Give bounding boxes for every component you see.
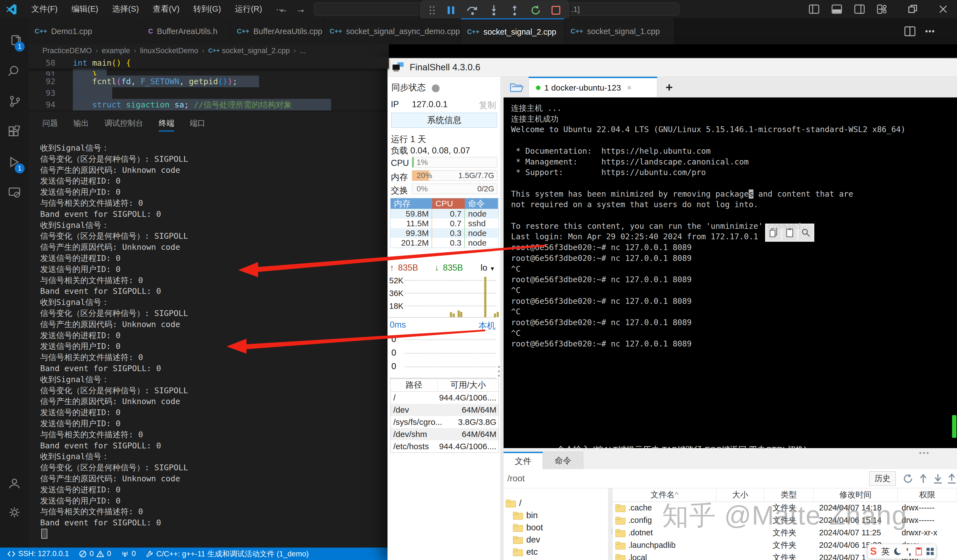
menu-item[interactable]: 文件(F) (26, 3, 63, 16)
ime-clipboard-icon[interactable] (916, 547, 922, 555)
new-tab-icon[interactable]: + (666, 80, 673, 95)
editor-tab[interactable]: C++socket_signal_1.cpp (564, 18, 674, 44)
copy-button[interactable]: 复制 (479, 99, 496, 111)
process-row[interactable]: 201.2M0.3node (390, 238, 499, 248)
up-level-icon[interactable] (918, 473, 929, 484)
disk-row[interactable]: /944.4G/1006.... (390, 391, 499, 404)
panel-tab-item[interactable]: 端口 (190, 115, 205, 132)
history-button[interactable]: 历史 (869, 472, 896, 486)
tab-commands[interactable]: 命令 (543, 452, 583, 469)
more-actions-icon[interactable] (925, 30, 935, 33)
integrated-terminal[interactable]: 收到Signal信号：信号变化（区分是何种信号）: SIGPOLL信号产生的原因… (40, 142, 384, 538)
sogou-logo[interactable]: S (870, 546, 876, 557)
menu-item[interactable]: 选择(S) (107, 3, 144, 16)
step-over-icon[interactable] (466, 5, 478, 16)
process-row[interactable]: 99.3M0.3node (390, 228, 499, 238)
panel-tab-item[interactable]: 输出 (73, 115, 89, 132)
menu-item[interactable]: 转到(G) (188, 3, 226, 16)
process-col-header[interactable]: 内存 (390, 198, 432, 209)
ime-grid-icon[interactable] (927, 548, 934, 555)
panel-tab-item[interactable]: 调试控制台 (104, 115, 143, 132)
restart-icon[interactable] (530, 5, 541, 16)
tab-files[interactable]: 文件 (504, 452, 543, 469)
open-folder-icon[interactable] (510, 82, 524, 93)
file-row-name[interactable]: .local (616, 551, 715, 560)
extensions-icon[interactable] (0, 118, 28, 146)
close-button[interactable] (929, 0, 957, 18)
breadcrumb-item[interactable]: socket_signal_2.cpp (222, 47, 290, 55)
disk-row[interactable]: /dev/shm64M/64M (390, 428, 499, 440)
toggle-panel-icon[interactable] (832, 5, 842, 14)
explorer-icon[interactable]: 1 (0, 27, 28, 54)
tree-scrollbar[interactable]: ⋮ (608, 488, 613, 560)
file-row-name[interactable]: .launchpadlib (616, 539, 715, 551)
breadcrumb-item[interactable]: ... (300, 47, 306, 55)
interface-select[interactable]: lo ▼ (480, 263, 495, 273)
terminal-scrollbar[interactable] (952, 415, 957, 438)
editor-tab[interactable]: C++socket_signal_async_demo.cpp (324, 18, 461, 44)
upload-icon[interactable] (946, 473, 957, 484)
ping-host[interactable]: 本机 (478, 320, 496, 331)
nav-back-icon[interactable]: ← (278, 0, 288, 18)
breadcrumb-item[interactable]: linuxSocketDemo (140, 47, 198, 55)
remote-explorer-icon[interactable] (0, 179, 28, 207)
panel-tab-active[interactable]: 终端 (159, 115, 174, 132)
ssh-terminal[interactable]: 命令输入 (按ALT键提示历史,TAB键路径,ESC键返回,双击CTRL切换) … (504, 98, 957, 448)
split-editor-icon[interactable] (904, 26, 916, 36)
minimize-button[interactable] (869, 0, 896, 18)
editor-tab[interactable]: C++socket_signal_2.cpp (461, 18, 564, 44)
disk-row[interactable]: /dev64M/64M (390, 404, 499, 416)
run-debug-icon[interactable]: 1 (0, 148, 28, 176)
accounts-icon[interactable] (0, 470, 28, 497)
step-out-icon[interactable] (509, 5, 520, 16)
task-indicator[interactable]: C/C++: g++-11 生成和调试活动文件 (1_demo) (141, 547, 314, 560)
system-info-button[interactable]: 系统信息 (392, 113, 497, 128)
remote-indicator[interactable]: SSH: 127.0.0.1 (0, 547, 74, 560)
tree-item[interactable]: etc (513, 547, 538, 557)
disk-row[interactable]: /sys/fs/cgro...3.8G/3.8G (390, 416, 499, 428)
restore-button[interactable] (899, 0, 927, 18)
problems-indicator[interactable]: 0 0 (74, 547, 116, 560)
sidebar-divider[interactable] (500, 77, 504, 560)
ports-indicator[interactable]: 0 (116, 547, 141, 560)
search-icon[interactable] (0, 57, 28, 85)
breadcrumb-item[interactable]: PracticeDEMO (43, 47, 92, 55)
download-icon[interactable] (932, 473, 943, 484)
toggle-sidebar-icon[interactable] (809, 5, 819, 14)
refresh-icon[interactable] (902, 473, 913, 484)
source-control-icon[interactable] (0, 88, 28, 115)
terminal-tab[interactable]: 1 docker-ubuntu-123 × (529, 77, 657, 97)
finalshell-window: FinalShell 4.3.0.6 同步状态IP127.0.0.1复制系统信息… (387, 58, 957, 560)
breadcrumb-item[interactable]: example (102, 47, 130, 55)
editor-tab[interactable]: CBufferAreaUtils.h (142, 18, 231, 44)
disk-row[interactable]: /etc/hosts944.4G/1006.... (390, 440, 499, 453)
tree-item[interactable]: bin (513, 510, 538, 521)
panel-splitter-handle[interactable]: ••• (919, 449, 930, 457)
sidebar-splitter-dots[interactable]: ••• (498, 365, 500, 378)
editor-tab[interactable]: C++Demo1.cpp (28, 18, 142, 44)
close-tab-icon[interactable]: × (627, 84, 632, 92)
process-row[interactable]: 59.8M0.7node (390, 209, 499, 219)
ime-moon-icon[interactable] (894, 548, 901, 555)
step-into-icon[interactable] (488, 5, 499, 16)
menu-item[interactable]: 查看(V) (148, 3, 185, 16)
pause-icon[interactable] (445, 5, 456, 16)
current-path[interactable]: /root (507, 473, 524, 484)
process-row[interactable]: 11.5M0.7sshd (390, 219, 499, 228)
menu-item[interactable]: 运行(R) (230, 3, 267, 16)
ime-lang[interactable]: 英 (881, 546, 890, 557)
toggle-secondary-sidebar-icon[interactable] (854, 5, 865, 14)
process-col-header[interactable]: CPU (432, 198, 465, 209)
menu-item[interactable]: 编辑(E) (66, 3, 103, 16)
settings-gear-icon[interactable] (0, 499, 28, 527)
tree-item[interactable]: dev (513, 535, 540, 545)
tree-item[interactable]: / (506, 498, 521, 508)
editor-tab[interactable]: C++BufferAreaUtils.cpp (231, 18, 324, 44)
drag-handle-icon[interactable] (428, 5, 436, 16)
ime-punct-icon[interactable]: ’, (906, 546, 911, 557)
panel-tab-item[interactable]: 问题 (43, 115, 58, 132)
nav-forward-icon[interactable]: → (296, 0, 306, 18)
tree-item[interactable]: boot (513, 523, 543, 533)
process-col-header[interactable]: 命令 (465, 198, 498, 209)
stop-icon[interactable] (551, 5, 561, 16)
